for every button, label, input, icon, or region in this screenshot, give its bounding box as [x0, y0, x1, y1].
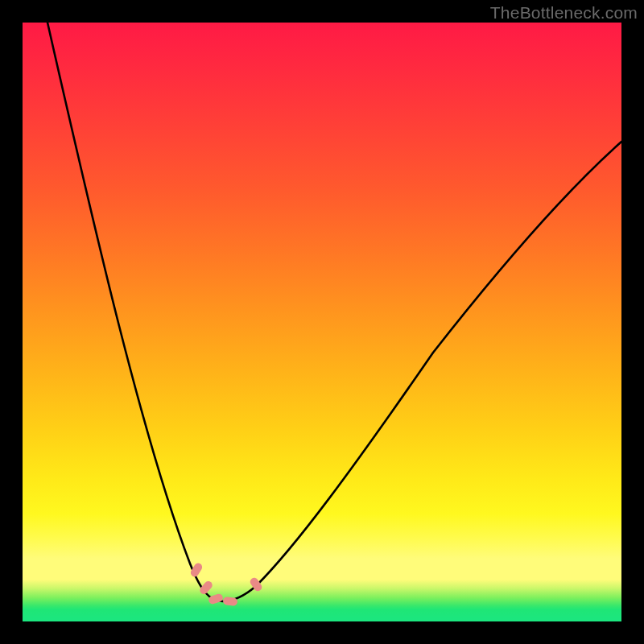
bottleneck-curve — [47, 23, 621, 601]
watermark-text: TheBottleneck.com — [490, 3, 638, 23]
curve-layer — [23, 23, 621, 621]
chart-frame: TheBottleneck.com — [0, 0, 644, 644]
plot-area — [23, 23, 621, 621]
marker-dot — [208, 592, 224, 605]
